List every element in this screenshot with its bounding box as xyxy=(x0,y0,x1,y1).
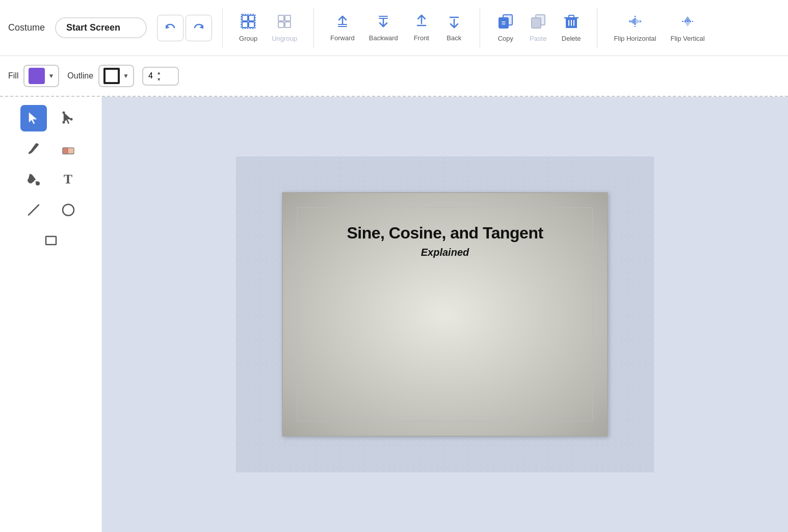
paste-icon xyxy=(531,14,546,33)
edit-tools: Copy Paste Delete xyxy=(490,10,587,46)
svg-rect-7 xyxy=(278,22,284,28)
svg-rect-12 xyxy=(532,18,541,28)
backward-icon xyxy=(376,14,391,32)
svg-rect-1 xyxy=(249,15,254,21)
backward-button[interactable]: Backward xyxy=(363,10,404,46)
flip-vertical-button[interactable]: Flip Vertical xyxy=(664,10,711,46)
svg-rect-10 xyxy=(499,18,508,28)
main-area: T xyxy=(0,97,788,532)
flip-tools: Flip Horizontal Flip Vertical xyxy=(608,10,711,46)
svg-rect-5 xyxy=(278,15,284,21)
forward-label: Forward xyxy=(330,34,355,42)
paste-button[interactable]: Paste xyxy=(523,10,554,46)
fill-tool[interactable] xyxy=(20,166,47,193)
fill-dropdown-arrow: ▼ xyxy=(48,72,54,79)
svg-rect-2 xyxy=(242,22,248,28)
reshape-tool[interactable] xyxy=(55,105,82,131)
ellipse-tool[interactable] xyxy=(55,197,82,223)
flip-vertical-icon xyxy=(680,14,695,33)
svg-point-17 xyxy=(70,118,72,121)
svg-rect-8 xyxy=(285,22,291,28)
fill-color-swatch xyxy=(29,68,45,84)
forward-icon xyxy=(335,14,350,32)
back-button[interactable]: Back xyxy=(439,10,469,46)
flip-vertical-label: Flip Vertical xyxy=(670,35,704,42)
text-tool[interactable]: T xyxy=(55,166,82,193)
eraser-tool[interactable] xyxy=(55,136,82,162)
delete-button[interactable]: Delete xyxy=(556,10,587,46)
stepper-down[interactable]: ▼ xyxy=(155,76,163,83)
ungroup-label: Ungroup xyxy=(272,35,297,42)
ungroup-icon xyxy=(277,14,292,33)
front-label: Front xyxy=(414,34,429,42)
delete-icon xyxy=(564,14,579,33)
back-label: Back xyxy=(446,34,461,42)
outline-width-input[interactable]: 4 ▲ ▼ xyxy=(142,67,179,86)
tool-row-1 xyxy=(20,105,82,131)
tool-row-5 xyxy=(38,227,64,254)
flip-horizontal-label: Flip Horizontal xyxy=(614,35,656,42)
canvas-inner: Sine, Cosine, and Tangent Explained xyxy=(236,156,654,472)
redo-button[interactable] xyxy=(186,15,212,41)
line-tool[interactable] xyxy=(20,197,47,223)
slide-title: Sine, Cosine, and Tangent xyxy=(283,224,607,243)
format-toolbar: Fill ▼ Outline ▼ 4 ▲ ▼ xyxy=(0,56,788,97)
backward-label: Backward xyxy=(369,34,398,42)
divider-2 xyxy=(313,8,314,48)
left-toolbar: T xyxy=(0,97,102,532)
slide-content: Sine, Cosine, and Tangent Explained xyxy=(283,224,607,258)
back-icon xyxy=(446,14,462,32)
tool-row-2 xyxy=(20,136,82,162)
group-button[interactable]: Group xyxy=(233,10,264,46)
svg-point-16 xyxy=(62,121,65,124)
svg-point-22 xyxy=(63,204,74,216)
fill-section: Fill ▼ xyxy=(8,65,59,87)
select-tool[interactable] xyxy=(20,105,47,131)
front-button[interactable]: Front xyxy=(406,10,437,46)
group-icon xyxy=(241,14,256,33)
paste-label: Paste xyxy=(530,35,546,42)
outline-swatch xyxy=(103,68,120,84)
svg-rect-19 xyxy=(63,148,68,154)
outline-label: Outline xyxy=(67,71,93,81)
canvas-area[interactable]: Sine, Cosine, and Tangent Explained xyxy=(102,97,788,532)
svg-point-15 xyxy=(62,112,65,114)
tool-row-3: T xyxy=(20,166,82,193)
stepper-up[interactable]: ▲ xyxy=(155,70,163,76)
divider-4 xyxy=(597,8,597,48)
flip-horizontal-button[interactable]: Flip Horizontal xyxy=(608,10,662,46)
costume-name-display[interactable]: Start Screen xyxy=(55,17,147,38)
divider-1 xyxy=(222,8,223,48)
main-toolbar: Costume Start Screen xyxy=(0,0,788,56)
delete-label: Delete xyxy=(562,35,581,42)
slide-card: Sine, Cosine, and Tangent Explained xyxy=(282,192,608,437)
svg-rect-6 xyxy=(285,15,291,21)
copy-button[interactable]: Copy xyxy=(490,10,521,46)
svg-rect-14 xyxy=(569,15,574,18)
fill-label: Fill xyxy=(8,71,18,81)
forward-button[interactable]: Forward xyxy=(324,10,361,46)
fill-color-picker[interactable]: ▼ xyxy=(23,65,59,87)
outline-width-stepper[interactable]: ▲ ▼ xyxy=(155,70,163,83)
flip-horizontal-icon xyxy=(627,14,643,33)
ungroup-button[interactable]: Ungroup xyxy=(266,10,303,46)
outline-section: Outline ▼ xyxy=(67,65,134,87)
svg-rect-0 xyxy=(242,15,248,21)
undo-button[interactable] xyxy=(157,15,183,41)
brush-tool[interactable] xyxy=(20,136,47,162)
outline-dropdown-arrow: ▼ xyxy=(123,72,129,79)
group-ungroup-tools: Group Ungroup xyxy=(233,10,303,46)
order-tools: Forward Backward Front xyxy=(324,10,469,46)
svg-line-21 xyxy=(29,205,39,215)
undo-redo-group xyxy=(157,15,212,41)
svg-rect-3 xyxy=(249,22,254,28)
copy-label: Copy xyxy=(498,35,513,42)
outline-color-picker[interactable]: ▼ xyxy=(98,65,134,87)
outline-width-value: 4 xyxy=(148,71,153,81)
svg-rect-23 xyxy=(46,236,56,245)
group-label: Group xyxy=(239,35,257,42)
rectangle-tool[interactable] xyxy=(38,227,64,254)
front-icon xyxy=(414,14,429,32)
tool-row-4 xyxy=(20,197,82,223)
costume-label: Costume xyxy=(8,22,45,33)
